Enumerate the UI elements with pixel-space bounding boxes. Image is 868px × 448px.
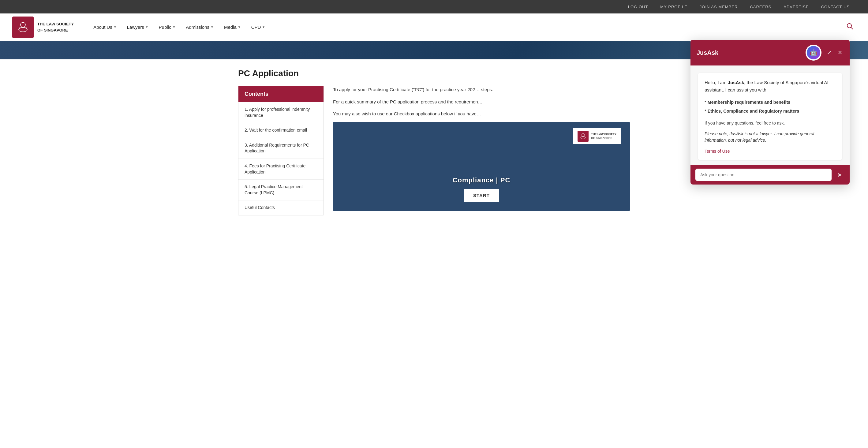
nav-item-about-us[interactable]: About Us ▼ [89,22,121,32]
chevron-down-icon: ▼ [262,25,265,29]
advertise-link[interactable]: ADVERTISE [783,5,809,9]
chat-intro: Hello, I am JusAsk, the Law Society of S… [705,79,836,94]
video-title: Compliance | PC [453,176,510,184]
careers-link[interactable]: CAREERS [750,5,771,9]
chat-input-field[interactable] [695,169,832,181]
chat-widget: JusAsk 🤖 ⤢ ✕ Hello, I am JusAsk, the Law… [690,40,850,185]
contents-list: 1. Apply for professional indemnity insu… [239,102,323,215]
intro-paragraph-1: To apply for your Practising Certificate… [333,86,630,94]
chat-capabilities: * Membership requirements and benefits *… [705,98,836,116]
page-content: PC Application Contents 1. Apply for pro… [220,59,648,225]
chat-message-box: Hello, I am JusAsk, the Law Society of S… [698,73,842,160]
page-title: PC Application [238,68,630,78]
log-out-link[interactable]: LOG OUT [628,5,648,9]
contents-box: Contents 1. Apply for professional indem… [238,86,324,216]
join-as-member-link[interactable]: JOIN AS MEMBER [700,5,738,9]
video-area: THE LAW SOCIETY OF SINGAPORE Compliance … [333,122,630,211]
svg-point-6 [582,133,585,136]
sidebar: Contents 1. Apply for professional indem… [238,86,324,216]
svg-point-7 [581,136,586,139]
contents-item-4[interactable]: 4. Fees for Practising Certificate Appli… [239,159,323,180]
nav-links: About Us ▼ Lawyers ▼ Public ▼ Admissions… [89,22,844,32]
contents-item-useful-contacts[interactable]: Useful Contacts [239,200,323,215]
nav-item-admissions[interactable]: Admissions ▼ [182,22,218,32]
content-layout: Contents 1. Apply for professional indem… [238,86,630,216]
chat-input-area: ➤ [690,165,850,185]
main-nav: THE LAW SOCIETY OF SINGAPORE About Us ▼ … [0,13,868,41]
contents-item-2[interactable]: 2. Wait for the confirmation email [239,123,323,138]
chevron-down-icon: ▼ [172,25,175,29]
intro-paragraph-2: For a quick summary of the PC applicatio… [333,98,630,106]
chevron-down-icon: ▼ [211,25,214,29]
my-profile-link[interactable]: MY PROFILE [660,5,687,9]
logo-emblem [12,17,34,38]
chat-body: Hello, I am JusAsk, the Law Society of S… [690,65,850,165]
chat-terms-link[interactable]: Terms of Use [705,149,730,154]
contact-us-link[interactable]: CONTACT US [821,5,850,9]
contents-header: Contents [239,86,323,102]
logo-text: THE LAW SOCIETY OF SINGAPORE [37,21,74,33]
chat-close-button[interactable]: ✕ [836,48,843,57]
search-button[interactable] [844,21,856,34]
chat-avatar-icon: 🤖 [807,46,820,59]
intro-paragraph-3: You may also wish to use our Checkbox ap… [333,110,630,118]
nav-item-media[interactable]: Media ▼ [220,22,245,32]
logo-area[interactable]: THE LAW SOCIETY OF SINGAPORE [12,17,74,38]
chat-widget-title: JusAsk [696,49,801,56]
video-logo: THE LAW SOCIETY OF SINGAPORE [573,128,621,144]
chat-invite-text: If you have any questions, feel free to … [705,120,836,126]
chevron-down-icon: ▼ [145,25,149,29]
video-logo-text: THE LAW SOCIETY OF SINGAPORE [591,132,616,140]
chat-header-actions: ⤢ ✕ [826,48,843,57]
nav-item-lawyers[interactable]: Lawyers ▼ [123,22,153,32]
video-logo-emblem [578,131,589,142]
contents-item-1[interactable]: 1. Apply for professional indemnity insu… [239,102,323,123]
chevron-down-icon: ▼ [238,25,241,29]
top-bar: LOG OUT MY PROFILE JOIN AS MEMBER CAREER… [0,0,868,13]
chat-disclaimer: Please note, JusAsk is not a lawyer. I c… [705,131,836,143]
main-area: To apply for your Practising Certificate… [333,86,630,211]
contents-item-5[interactable]: 5. Legal Practice Management Course (LPM… [239,180,323,200]
svg-line-5 [851,28,853,30]
contents-item-3[interactable]: 3. Additional Requirements for PC Applic… [239,138,323,159]
chat-header: JusAsk 🤖 ⤢ ✕ [690,40,850,65]
start-button[interactable]: START [464,189,499,202]
chat-avatar: 🤖 [806,45,822,61]
nav-item-public[interactable]: Public ▼ [155,22,180,32]
chevron-down-icon: ▼ [114,25,117,29]
nav-item-cpd[interactable]: CPD ▼ [247,22,270,32]
chat-expand-button[interactable]: ⤢ [826,48,833,57]
chat-send-button[interactable]: ➤ [835,170,845,180]
